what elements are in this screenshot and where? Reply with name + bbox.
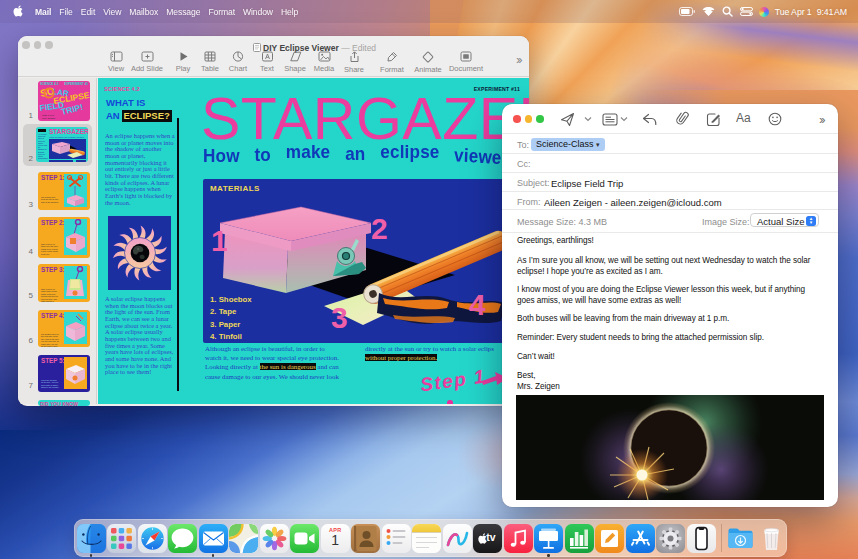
svg-text:4: 4 (469, 288, 486, 321)
svg-text:1: 1 (211, 224, 228, 257)
svg-text:3: 3 (331, 301, 348, 334)
svg-text:2: 2 (371, 212, 388, 245)
